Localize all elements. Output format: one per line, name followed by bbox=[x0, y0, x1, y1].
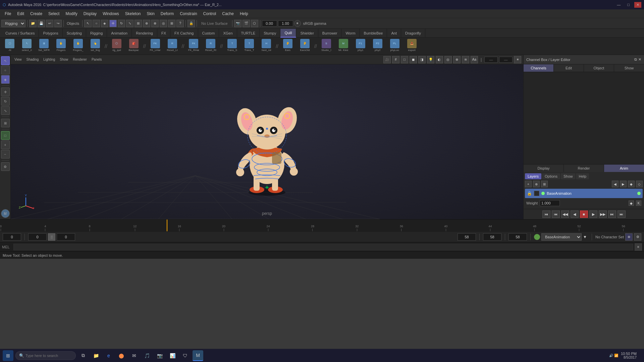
tab-ant[interactable]: Ant bbox=[387, 29, 401, 38]
frame-current-input[interactable] bbox=[28, 233, 47, 241]
menu-item-edit[interactable]: Edit bbox=[14, 11, 27, 17]
frame-end-left-input[interactable] bbox=[458, 233, 476, 241]
vp-wireframe-btn[interactable]: □ bbox=[401, 56, 408, 63]
taskbar-mail-btn[interactable]: ✉ bbox=[129, 350, 140, 361]
menu-item-constrain[interactable]: Constrain bbox=[177, 11, 200, 17]
shelf-icon-ears[interactable]: 👂 Ears bbox=[279, 38, 296, 54]
shelf-icon-phy1[interactable]: P1 phy1 bbox=[352, 38, 369, 54]
taskbar-app2-btn[interactable]: 📷 bbox=[154, 350, 165, 361]
vp-aa-btn[interactable]: Aa bbox=[471, 56, 478, 63]
animation-layer-row[interactable]: 🔒 BaseAnimation bbox=[525, 189, 643, 198]
menu-item-file[interactable]: File bbox=[2, 11, 14, 17]
vp-gamma2-btn[interactable]: ☀ bbox=[514, 56, 521, 63]
menu-item-skin[interactable]: Skin bbox=[144, 11, 157, 17]
maximize-btn[interactable]: □ bbox=[625, 2, 632, 8]
taskbar-app4-btn[interactable]: 🛡 bbox=[180, 350, 191, 361]
taskbar-search[interactable]: 🔍 bbox=[15, 351, 76, 360]
timeline[interactable]: 048121620242832364044485256 bbox=[0, 219, 644, 231]
vp-motion-btn[interactable]: ≋ bbox=[462, 56, 469, 63]
start-btn[interactable]: ⊞ bbox=[3, 350, 13, 361]
layer-next-btn[interactable]: ▶ bbox=[620, 181, 627, 187]
anim-tab[interactable]: Anim bbox=[604, 165, 644, 172]
undo-btn[interactable]: ↩ bbox=[46, 20, 53, 27]
pb-play-fwd-btn[interactable]: ▶ bbox=[589, 210, 597, 218]
add-layer3-btn[interactable]: ⊞ bbox=[541, 181, 548, 187]
tab-worm[interactable]: Worm bbox=[341, 29, 360, 38]
vp-camera-btn[interactable]: 🎥 bbox=[383, 56, 391, 63]
lock-btn[interactable]: 🔒 bbox=[187, 20, 195, 27]
rotate-tool-btn[interactable]: ↻ bbox=[1, 97, 10, 106]
view-menu[interactable]: View bbox=[13, 57, 23, 62]
shelf-icon-trans-t[interactable]: T Trans_T bbox=[241, 38, 258, 54]
shelf-icon-studio[interactable]: S Studio_I bbox=[318, 38, 335, 54]
snap4-btn[interactable]: ⊞ bbox=[168, 20, 175, 27]
pb-stop-btn[interactable]: ■ bbox=[580, 210, 588, 218]
pb-goto-start-btn[interactable]: ⏮ bbox=[542, 210, 550, 218]
tab-bumblebee[interactable]: BumbleBee bbox=[360, 29, 387, 38]
tab-custom[interactable]: Custom bbox=[198, 29, 219, 38]
add-div-btn[interactable]: + bbox=[1, 140, 10, 149]
lighting-menu[interactable]: Lighting bbox=[42, 57, 57, 62]
layer-visibility-btn[interactable] bbox=[534, 191, 539, 196]
lasso-tool-btn[interactable]: ○ bbox=[1, 66, 10, 74]
val2-input[interactable] bbox=[278, 20, 293, 26]
pb-play-back-btn[interactable]: ◀ bbox=[571, 210, 579, 218]
scale-btn[interactable]: ⤡ bbox=[126, 20, 133, 27]
pb-goto-end-btn[interactable]: ⏭ bbox=[618, 210, 626, 218]
vp-val2[interactable] bbox=[499, 57, 513, 63]
tab-quill[interactable]: Quill bbox=[280, 29, 296, 38]
frame-current2-input[interactable] bbox=[483, 233, 501, 241]
sub-div-btn[interactable]: − bbox=[1, 150, 10, 159]
snap2-btn[interactable]: ⊗ bbox=[151, 20, 159, 27]
tab-rendering[interactable]: Rendering bbox=[132, 29, 157, 38]
menu-item-modify[interactable]: Modify bbox=[63, 11, 80, 17]
lasso-btn[interactable]: ○ bbox=[93, 20, 100, 27]
show-desktop-btn[interactable] bbox=[639, 350, 641, 361]
shelf-icon-backpac[interactable]: 🎒 Backpac bbox=[125, 38, 142, 54]
taskbar-maya-btn[interactable]: M bbox=[193, 350, 203, 361]
color-swatch[interactable]: ░ bbox=[48, 233, 55, 241]
taskbar-file-btn[interactable]: 📁 bbox=[91, 350, 101, 361]
edit-tab[interactable]: Edit bbox=[554, 64, 584, 72]
tab-curves-surfaces[interactable]: Curves / Surfaces bbox=[1, 29, 39, 38]
pb-prev-key-btn[interactable]: ⏮ bbox=[552, 210, 560, 218]
frame-end-input[interactable] bbox=[508, 233, 527, 241]
tab-dragonfly[interactable]: Dragonfly bbox=[401, 29, 425, 38]
shelf-icon-fingers2[interactable]: ✋ Fingers_ bbox=[70, 38, 87, 54]
minimize-btn[interactable]: — bbox=[615, 2, 623, 8]
display-tab[interactable]: Display bbox=[524, 165, 564, 172]
panels-menu[interactable]: Panels bbox=[90, 57, 104, 62]
anim-options-tab[interactable]: Options bbox=[542, 173, 560, 179]
anim-layer-arrow[interactable]: ▼ bbox=[583, 235, 588, 239]
render-tab[interactable]: Render bbox=[564, 165, 604, 172]
snap3-btn[interactable]: ◎ bbox=[160, 20, 167, 27]
rp-close-btn[interactable]: ✕ bbox=[638, 57, 641, 62]
mel-expand-btn[interactable]: ≡ bbox=[635, 243, 642, 251]
help-btn[interactable]: ? bbox=[176, 20, 184, 27]
settings-btn[interactable]: ⚙ bbox=[1, 162, 10, 171]
tab-xgen[interactable]: XGen bbox=[219, 29, 237, 38]
camera-btn[interactable]: 📷 bbox=[234, 20, 241, 27]
title-controls[interactable]: — □ ✕ bbox=[615, 2, 641, 8]
scale-tool-btn[interactable]: ⤡ bbox=[1, 106, 10, 115]
move-tool-btn[interactable]: ✛ bbox=[1, 87, 10, 96]
vp-val1[interactable] bbox=[484, 57, 498, 63]
pb-prev-frame-btn[interactable]: ◀◀ bbox=[561, 210, 569, 218]
add-layer-btn[interactable]: + bbox=[525, 181, 532, 187]
menu-item-create[interactable]: Create bbox=[28, 11, 45, 17]
tab-rigging[interactable]: Rigging bbox=[86, 29, 107, 38]
menu-item-windows[interactable]: Windows bbox=[100, 11, 122, 17]
char-set-btn2[interactable]: ⚙ bbox=[634, 233, 641, 241]
taskbar-app3-btn[interactable]: 📊 bbox=[167, 350, 178, 361]
menu-item-display[interactable]: Display bbox=[81, 11, 99, 17]
shelf-icon-phy2[interactable]: P2 phy2 bbox=[369, 38, 386, 54]
vp-depth-btn[interactable]: ◎ bbox=[444, 56, 452, 63]
select-btn[interactable]: ↖ bbox=[84, 20, 92, 27]
layer-key2-btn[interactable]: ◇ bbox=[636, 181, 643, 187]
shelf-icon-export[interactable]: 📤 export bbox=[404, 38, 420, 54]
show-menu[interactable]: Show bbox=[58, 57, 70, 62]
redo-btn[interactable]: ↪ bbox=[54, 20, 62, 27]
shelf-icon-trans-s[interactable]: T Trans_S bbox=[224, 38, 240, 54]
ipr-btn[interactable]: ⬡ bbox=[251, 20, 258, 27]
tab-sculpting[interactable]: Sculpting bbox=[63, 29, 86, 38]
